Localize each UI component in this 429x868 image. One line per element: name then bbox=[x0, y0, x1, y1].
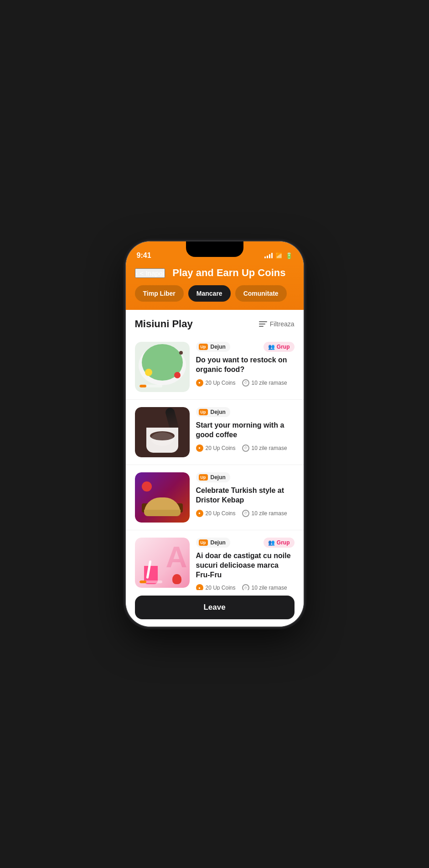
group-icon-4: 👥 bbox=[268, 539, 275, 546]
mission-card-4[interactable]: A Up Dejun bbox=[126, 530, 304, 599]
card-title-3: Celebrate Turkish style at Dristor Kebap bbox=[196, 486, 295, 505]
coins-meta-1: ● 20 Up Coins bbox=[196, 379, 236, 387]
phone-screen: 9:41 📶 🔋 ‹ < Inapoi Play and Earn Up bbox=[126, 241, 304, 627]
card-title-2: Start your morning with a good coffee bbox=[196, 421, 295, 440]
tag-dejun-3: Up Dejun bbox=[196, 472, 230, 482]
tab-timp-liber[interactable]: Timp Liber bbox=[135, 285, 184, 302]
card-meta-3: ● 20 Up Coins ⏱ 10 zile ramase bbox=[196, 510, 295, 517]
card-image-1 bbox=[135, 342, 190, 392]
card-content-3: Up Dejun Celebrate Turkish style at Dris… bbox=[196, 472, 295, 523]
days-label-3: 10 zile ramase bbox=[252, 510, 287, 517]
progress-bar-4 bbox=[140, 580, 162, 583]
coin-icon-1: ● bbox=[196, 379, 203, 387]
back-chevron-icon: ‹ bbox=[136, 269, 138, 277]
tabs-row: Timp Liber Mancare Comunitate bbox=[135, 285, 295, 302]
coins-meta-2: ● 20 Up Coins bbox=[196, 444, 236, 452]
notch bbox=[186, 241, 243, 257]
tag-dejun-1: Up Dejun bbox=[196, 342, 230, 352]
status-time: 9:41 bbox=[137, 251, 151, 260]
days-meta-2: ⏱ 10 zile ramase bbox=[242, 444, 287, 452]
tag-dejun-4: Up Dejun bbox=[196, 538, 230, 548]
filter-icon bbox=[259, 321, 267, 327]
days-meta-1: ⏱ 10 zile ramase bbox=[242, 379, 287, 387]
up-badge-2: Up bbox=[199, 409, 208, 415]
kebab-bottom bbox=[144, 510, 181, 516]
progress-bar-1 bbox=[140, 385, 162, 387]
missions-header: Misiuni Play Filtreaza bbox=[126, 310, 304, 335]
back-label: < Inapoi bbox=[140, 269, 165, 277]
header: ‹ < Inapoi Play and Earn Up Coins Timp L… bbox=[126, 263, 304, 310]
battery-icon: 🔋 bbox=[285, 252, 293, 259]
mission-card-1[interactable]: Up Dejun 👥 Grup Do you want to restock o… bbox=[126, 335, 304, 400]
clock-icon-1: ⏱ bbox=[242, 379, 249, 387]
tag-grup-1: 👥 Grup bbox=[264, 342, 295, 352]
wifi-icon: 📶 bbox=[275, 252, 283, 259]
up-badge-3: Up bbox=[199, 474, 208, 481]
days-label-1: 10 zile ramase bbox=[252, 380, 287, 386]
salad-yellow bbox=[145, 369, 152, 376]
strawberry bbox=[172, 574, 181, 584]
up-badge-1: Up bbox=[199, 344, 208, 350]
status-icons: 📶 🔋 bbox=[264, 252, 293, 259]
days-meta-3: ⏱ 10 zile ramase bbox=[242, 510, 287, 517]
card-meta-1: ● 20 Up Coins ⏱ 10 zile ramase bbox=[196, 379, 295, 387]
card-tags-2: Up Dejun bbox=[196, 407, 295, 417]
card-content-2: Up Dejun Start your morning with a good … bbox=[196, 407, 295, 457]
dejun-label-2: Dejun bbox=[211, 409, 226, 415]
clock-icon-2: ⏱ bbox=[242, 444, 249, 452]
clock-icon-3: ⏱ bbox=[242, 510, 249, 517]
pepper-dot bbox=[179, 351, 183, 355]
card-image-3 bbox=[135, 472, 190, 523]
filter-button[interactable]: Filtreaza bbox=[259, 320, 295, 328]
salad-tomato bbox=[174, 372, 181, 378]
tab-mancare[interactable]: Mancare bbox=[188, 285, 231, 302]
days-label-2: 10 zile ramase bbox=[252, 445, 287, 451]
mission-card-2[interactable]: Up Dejun Start your morning with a good … bbox=[126, 400, 304, 465]
mission-card-3[interactable]: Up Dejun Celebrate Turkish style at Dris… bbox=[126, 465, 304, 530]
coins-meta-3: ● 20 Up Coins bbox=[196, 510, 236, 517]
card-content-1: Up Dejun 👥 Grup Do you want to restock o… bbox=[196, 342, 295, 392]
coffee-latte bbox=[151, 432, 174, 446]
kebab-tomato bbox=[142, 481, 152, 492]
phone-frame: 9:41 📶 🔋 ‹ < Inapoi Play and Earn Up bbox=[126, 241, 304, 627]
juice-letter: A bbox=[166, 540, 187, 574]
coins-label-1: 20 Up Coins bbox=[206, 380, 236, 386]
tag-grup-4: 👥 Grup bbox=[264, 538, 295, 548]
card-content-4: Up Dejun 👥 Grup Ai doar de castigat cu n… bbox=[196, 538, 295, 591]
coins-label-2: 20 Up Coins bbox=[206, 445, 236, 451]
dejun-label-1: Dejun bbox=[211, 344, 226, 350]
group-icon-1: 👥 bbox=[268, 344, 275, 350]
content-area: Misiuni Play Filtreaza bbox=[126, 310, 304, 627]
progress-fill-1 bbox=[140, 385, 146, 387]
card-image-4: A bbox=[135, 538, 190, 588]
filter-label: Filtreaza bbox=[270, 320, 295, 328]
card-tags-4: Up Dejun 👥 Grup bbox=[196, 538, 295, 548]
coin-icon-2: ● bbox=[196, 444, 203, 452]
grup-label-4: Grup bbox=[277, 539, 290, 546]
coffee-cup bbox=[146, 428, 178, 453]
leave-button[interactable]: Leave bbox=[135, 596, 295, 619]
dejun-label-4: Dejun bbox=[211, 539, 226, 546]
grup-label-1: Grup bbox=[277, 344, 290, 350]
card-title-4: Ai doar de castigat cu noile sucuri deli… bbox=[196, 551, 295, 580]
card-image-2 bbox=[135, 407, 190, 457]
card-tags-3: Up Dejun bbox=[196, 472, 295, 482]
coin-icon-3: ● bbox=[196, 510, 203, 517]
progress-fill-4 bbox=[140, 580, 146, 583]
coins-label-3: 20 Up Coins bbox=[206, 510, 236, 517]
signal-icon bbox=[264, 253, 273, 258]
bottom-button-container: Leave bbox=[126, 590, 304, 627]
card-meta-2: ● 20 Up Coins ⏱ 10 zile ramase bbox=[196, 444, 295, 452]
header-nav: ‹ < Inapoi Play and Earn Up Coins bbox=[135, 267, 295, 279]
back-button[interactable]: ‹ < Inapoi bbox=[135, 268, 165, 278]
missions-title: Misiuni Play bbox=[135, 318, 193, 330]
card-tags-1: Up Dejun 👥 Grup bbox=[196, 342, 295, 352]
up-badge-4: Up bbox=[199, 539, 208, 546]
tag-dejun-2: Up Dejun bbox=[196, 407, 230, 417]
page-title: Play and Earn Up Coins bbox=[172, 267, 285, 279]
card-title-1: Do you want to restock on organic food? bbox=[196, 356, 295, 375]
dejun-label-3: Dejun bbox=[211, 474, 226, 481]
tab-comunitate[interactable]: Comunitate bbox=[235, 285, 287, 302]
